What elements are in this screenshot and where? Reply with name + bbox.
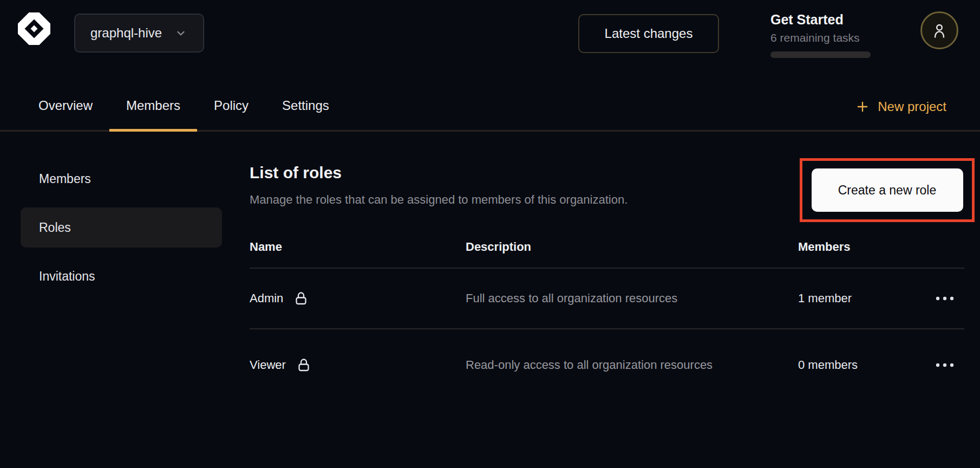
org-tabbar: Overview Members Policy Settings <box>0 81 980 132</box>
person-icon <box>930 21 949 40</box>
lock-icon <box>297 358 311 373</box>
chevron-down-icon <box>174 26 188 40</box>
get-started-title: Get Started <box>770 12 879 28</box>
get-started-panel[interactable]: Get Started 6 remaining tasks <box>770 12 879 58</box>
role-description: Full access to all organization resource… <box>466 288 720 309</box>
role-name: Admin <box>250 291 283 306</box>
new-project-link[interactable]: New project <box>855 81 946 132</box>
column-header-description: Description <box>466 240 798 254</box>
latest-changes-button[interactable]: Latest changes <box>578 14 719 53</box>
ellipsis-icon <box>935 363 955 367</box>
column-header-name: Name <box>250 240 466 254</box>
user-avatar[interactable] <box>920 11 958 49</box>
sidebar-item-roles[interactable]: Roles <box>21 207 222 248</box>
role-name: Viewer <box>250 358 286 372</box>
row-actions-menu-button[interactable] <box>930 291 960 306</box>
row-actions-menu-button[interactable] <box>930 358 960 373</box>
tab-policy[interactable]: Policy <box>197 81 265 130</box>
column-header-members: Members <box>798 240 925 254</box>
ellipsis-icon <box>935 296 955 301</box>
hive-logo <box>16 11 52 47</box>
get-started-subtitle: 6 remaining tasks <box>770 31 879 44</box>
plus-icon <box>855 99 870 114</box>
roles-table-header: Name Description Members <box>250 226 964 269</box>
role-description: Read-only access to all organization res… <box>466 354 720 376</box>
hive-logo-icon <box>16 11 52 47</box>
members-sidebar: Members Roles Invitations <box>21 159 222 296</box>
annotation-highlight-box: Create a new role <box>800 158 975 222</box>
tab-settings[interactable]: Settings <box>265 81 346 130</box>
sidebar-item-invitations[interactable]: Invitations <box>21 256 222 296</box>
lock-icon <box>294 291 308 306</box>
create-new-role-button[interactable]: Create a new role <box>812 168 963 212</box>
roles-table: Name Description Members Admin Full acce… <box>250 226 964 401</box>
org-name: graphql-hive <box>90 25 162 41</box>
org-selector[interactable]: graphql-hive <box>74 14 204 53</box>
role-members-count: 0 members <box>798 358 925 372</box>
get-started-progress-bar <box>770 51 871 58</box>
tab-members[interactable]: Members <box>109 81 197 130</box>
table-row-viewer: Viewer Read-only access to all organizat… <box>250 329 964 401</box>
sidebar-item-members[interactable]: Members <box>21 159 222 199</box>
tab-overview[interactable]: Overview <box>22 81 109 130</box>
new-project-label: New project <box>878 99 946 114</box>
table-row-admin: Admin Full access to all organization re… <box>250 269 964 329</box>
role-members-count: 1 member <box>798 291 925 306</box>
